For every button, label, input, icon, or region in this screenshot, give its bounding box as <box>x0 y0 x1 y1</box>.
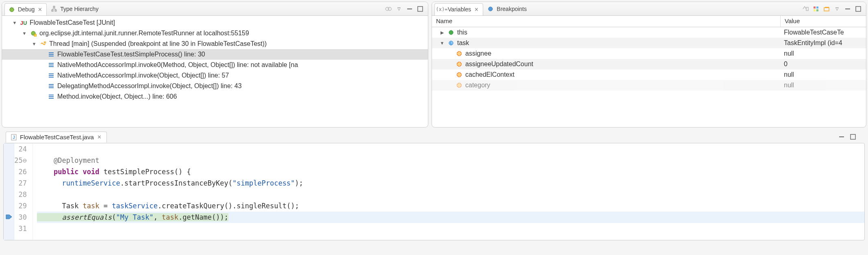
bug-icon <box>8 6 15 13</box>
variable-value: FlowableTestCaseTe <box>781 29 866 36</box>
collapse-all-icon[interactable] <box>823 5 830 13</box>
show-type-names-icon[interactable] <box>802 5 809 13</box>
tree-launch-node[interactable]: ▼ JU FlowableTestCaseTest [JUnit] <box>2 17 428 28</box>
svg-rect-18 <box>49 54 54 55</box>
tab-label: Breakpoints <box>497 6 527 12</box>
svg-rect-15 <box>44 41 45 43</box>
close-icon[interactable]: ✕ <box>473 6 480 13</box>
column-name[interactable]: Name <box>432 16 781 27</box>
minimize-icon[interactable] <box>406 5 413 13</box>
stack-frame-row[interactable]: DelegatingMethodAccessorImpl.invoke(Obje… <box>2 81 428 91</box>
minimize-icon[interactable] <box>838 133 845 140</box>
svg-rect-33 <box>806 7 808 11</box>
debug-tab-bar: Debug ✕ Type Hierarchy ▽ <box>2 2 428 16</box>
svg-rect-28 <box>49 87 54 88</box>
svg-rect-16 <box>45 41 46 43</box>
variable-value: TaskEntityImpl (id=4 <box>781 39 866 47</box>
tab-breakpoints[interactable]: Breakpoints <box>483 3 530 15</box>
hierarchy-icon <box>50 5 58 13</box>
stack-frame-icon <box>48 72 55 79</box>
variable-row[interactable]: assignee null <box>432 48 866 59</box>
thread-label: Thread [main] (Suspended (breakpoint at … <box>49 40 267 48</box>
variable-value: 0 <box>781 61 866 68</box>
debug-tree[interactable]: ▼ JU FlowableTestCaseTest [JUnit] ▼ org.… <box>2 16 428 127</box>
editor-tab-bar: J FlowableTestCaseTest.java ✕ <box>3 129 865 143</box>
svg-rect-21 <box>49 65 54 65</box>
svg-rect-31 <box>49 98 54 99</box>
code-line: public void testSimpleProcess() { <box>37 166 864 177</box>
maximize-icon[interactable] <box>855 5 862 13</box>
svg-rect-41 <box>856 6 861 11</box>
frame-label: DelegatingMethodAccessorImpl.invoke(Obje… <box>57 82 242 90</box>
variable-row[interactable]: ▼ L task TaskEntityImpl (id=4 <box>432 38 866 48</box>
variable-name: assignee <box>465 50 491 57</box>
variable-row[interactable]: cachedElContext null <box>432 69 866 80</box>
local-var-icon: L <box>447 39 455 47</box>
svg-rect-23 <box>49 73 54 74</box>
show-logical-icon[interactable] <box>812 5 820 13</box>
tree-process-node[interactable]: ▼ org.eclipse.jdt.internal.junit.runner.… <box>2 28 428 39</box>
stack-frame-icon <box>48 93 55 100</box>
twisty-icon[interactable]: ▶ <box>439 30 445 35</box>
maximize-icon[interactable] <box>417 5 424 13</box>
stack-frame-row[interactable]: Method.invoke(Object, Object...) line: 6… <box>2 91 428 102</box>
view-menu-icon[interactable]: ▽ <box>833 5 841 13</box>
java-file-icon: J <box>10 134 17 141</box>
tab-debug[interactable]: Debug ✕ <box>4 3 47 15</box>
tree-thread-node[interactable]: ▼ Thread [main] (Suspended (breakpoint a… <box>2 39 428 49</box>
svg-rect-25 <box>49 77 54 78</box>
column-value[interactable]: Value <box>781 16 866 27</box>
variable-row[interactable]: assigneeUpdatedCount 0 <box>432 59 866 69</box>
field-icon <box>456 61 463 68</box>
svg-rect-46 <box>457 62 462 67</box>
editor-tab[interactable]: J FlowableTestCaseTest.java ✕ <box>6 132 107 143</box>
svg-rect-7 <box>52 10 53 11</box>
variables-tree[interactable]: ▶ this FlowableTestCaseTe ▼ L task TaskE… <box>432 27 866 127</box>
variable-row[interactable]: category null <box>432 80 866 91</box>
svg-text:L: L <box>450 41 452 45</box>
variable-name: task <box>457 39 469 47</box>
stack-frame-row[interactable]: NativeMethodAccessorImpl.invoke0(Method,… <box>2 60 428 70</box>
variable-value: null <box>781 50 866 57</box>
tab-label: Type Hierarchy <box>60 6 98 12</box>
svg-rect-35 <box>816 6 818 9</box>
close-icon[interactable]: ✕ <box>96 134 102 140</box>
code-line <box>37 143 864 155</box>
tab-type-hierarchy[interactable]: Type Hierarchy <box>47 3 102 15</box>
svg-rect-29 <box>49 95 54 95</box>
variable-row[interactable]: ▶ this FlowableTestCaseTe <box>432 27 866 38</box>
svg-rect-37 <box>816 9 818 11</box>
twisty-icon[interactable]: ▼ <box>12 20 17 25</box>
svg-rect-8 <box>55 10 56 11</box>
variable-value: null <box>781 82 866 89</box>
svg-rect-12 <box>418 6 423 11</box>
breakpoints-icon <box>487 5 494 13</box>
debug-view-panel: Debug ✕ Type Hierarchy ▽ <box>2 2 428 128</box>
line-number-gutter[interactable]: 24 25⊖ 26 27 28 29 30 31 <box>4 143 33 240</box>
editor-panel: J FlowableTestCaseTest.java ✕ 24 25⊖ 26 … <box>0 129 868 255</box>
svg-rect-17 <box>49 52 54 53</box>
code-line <box>37 189 864 200</box>
maximize-icon[interactable] <box>849 133 857 140</box>
svg-rect-47 <box>457 72 462 77</box>
tab-variables[interactable]: (x)= Variables ✕ <box>434 3 483 15</box>
code-content[interactable]: @Deployment public void testSimpleProces… <box>33 143 864 240</box>
svg-rect-48 <box>457 83 462 88</box>
view-menu-icon[interactable]: ▽ <box>395 5 403 13</box>
twisty-icon[interactable]: ▼ <box>31 41 37 46</box>
close-icon[interactable]: ✕ <box>37 6 43 13</box>
code-line: Task task = taskService.createTaskQuery(… <box>37 200 864 212</box>
instruction-pointer-icon <box>5 213 13 220</box>
svg-rect-40 <box>845 9 850 9</box>
process-label: org.eclipse.jdt.internal.junit.runner.Re… <box>39 30 249 37</box>
minimize-icon[interactable] <box>844 5 851 13</box>
code-editor[interactable]: 24 25⊖ 26 27 28 29 30 31 @Deployment pub… <box>3 143 865 240</box>
stack-frame-row[interactable]: NativeMethodAccessorImpl.invoke(Object, … <box>2 70 428 81</box>
tool-icon[interactable] <box>385 5 392 13</box>
twisty-icon[interactable]: ▼ <box>439 41 445 45</box>
field-icon <box>456 71 463 78</box>
launch-label: FlowableTestCaseTest [JUnit] <box>30 19 115 26</box>
stack-frame-row[interactable]: FlowableTestCaseTest.testSimpleProcess()… <box>2 49 428 60</box>
svg-point-0 <box>10 8 14 12</box>
twisty-icon[interactable]: ▼ <box>22 31 27 36</box>
